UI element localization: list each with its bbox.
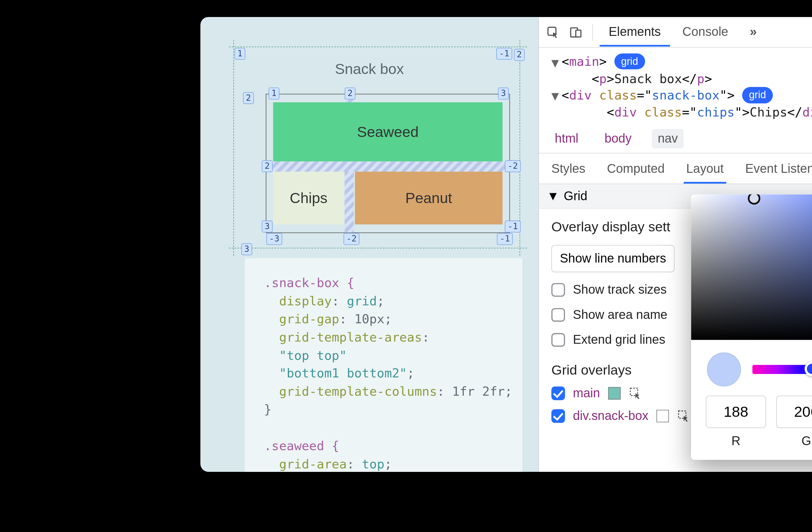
page-title: Snack box — [200, 60, 538, 78]
overlay-name[interactable]: div.snack-box — [573, 409, 649, 423]
overlay-color-swatch[interactable] — [608, 387, 621, 400]
checkbox-area-names[interactable] — [551, 308, 565, 321]
grid-line-badge: 2 — [243, 92, 254, 104]
subtab-layout[interactable]: Layout — [684, 153, 726, 183]
css-code-block: .snack-box { display: grid; grid-gap: 10… — [245, 258, 522, 472]
grid-line-badge: 3 — [262, 221, 272, 233]
grid-line-badge: -1 — [497, 233, 513, 245]
checkbox-extend-lines[interactable] — [551, 333, 565, 347]
highlight-icon[interactable] — [677, 409, 690, 423]
app-window: 1 -1 2 3 Snack box 2 Seaweed Chips Peanu… — [200, 17, 812, 472]
breadcrumb-item[interactable]: html — [549, 129, 584, 148]
rgb-r-input[interactable] — [706, 396, 766, 428]
rgb-r-label: R — [706, 434, 766, 449]
tab-console[interactable]: Console — [673, 18, 738, 46]
line-numbers-select[interactable]: Show line numbers — [551, 245, 675, 272]
color-picker: R G B ▲▼ — [691, 195, 812, 460]
grid-line-badge: -2 — [344, 233, 360, 245]
grid-cell-peanut: Peanut — [355, 171, 503, 224]
breadcrumb: html body nav — [539, 124, 812, 153]
overlay-checkbox[interactable] — [551, 386, 565, 400]
grid-cell-chips: Chips — [273, 171, 344, 224]
color-picker-saturation[interactable] — [691, 195, 812, 340]
overlay-checkbox[interactable] — [551, 409, 565, 423]
devtools-panel: Elements Console » 1 ▼ <main> grid <p>Sn… — [539, 17, 812, 472]
inspect-icon[interactable] — [543, 22, 563, 42]
snack-box-grid: Seaweed Chips Peanut — [266, 94, 510, 233]
breadcrumb-item[interactable]: nav — [652, 129, 683, 148]
subtab-styles[interactable]: Styles — [549, 153, 588, 183]
breadcrumb-item[interactable]: body — [599, 129, 637, 148]
tabs-overflow[interactable]: » — [741, 18, 766, 46]
subtab-event-listeners[interactable]: Event Listeners — [743, 153, 812, 183]
grid-badge-pill[interactable]: grid — [614, 54, 645, 70]
svg-rect-2 — [576, 30, 581, 37]
grid-line-badge: 2 — [514, 49, 525, 61]
grid-line-badge: 3 — [498, 87, 509, 99]
hue-handle[interactable] — [805, 361, 812, 376]
overlay-name[interactable]: main — [573, 386, 600, 401]
color-picker-handle[interactable] — [748, 195, 760, 205]
grid-line-badge: 2 — [345, 87, 356, 99]
page-viewport: 1 -1 2 3 Snack box 2 Seaweed Chips Peanu… — [200, 17, 539, 472]
grid-cell-seaweed: Seaweed — [273, 102, 503, 162]
dom-tree[interactable]: ▼ <main> grid <p>Snack box</p> ▼ <div cl… — [539, 48, 812, 124]
grid-line-badge: 2 — [262, 160, 272, 172]
devtools-toolbar: Elements Console » 1 — [539, 17, 812, 48]
highlight-icon[interactable] — [628, 386, 642, 400]
grid-line-badge: -1 — [505, 221, 521, 233]
hue-slider[interactable] — [752, 365, 812, 374]
color-preview-swatch[interactable] — [707, 352, 741, 386]
subtab-computed[interactable]: Computed — [605, 153, 667, 183]
grid-line-badge: 3 — [241, 243, 252, 255]
caret-down-icon: ▼ — [547, 188, 559, 204]
grid-line-badge: -2 — [505, 160, 521, 172]
grid-badge-pill[interactable]: grid — [742, 87, 773, 103]
rgb-g-label: G — [776, 434, 812, 449]
tab-elements[interactable]: Elements — [600, 18, 670, 46]
grid-line-badge: -3 — [266, 233, 282, 245]
checkbox-track-sizes[interactable] — [551, 283, 565, 296]
device-toggle-icon[interactable] — [566, 22, 585, 42]
styles-subtabs: Styles Computed Layout Event Listeners » — [539, 153, 812, 184]
rgb-g-input[interactable] — [776, 396, 812, 428]
overlay-color-swatch[interactable] — [656, 409, 669, 422]
grid-line-badge: 1 — [269, 87, 279, 99]
grid-line-badge: 1 — [235, 48, 245, 60]
grid-line-badge: -1 — [496, 48, 512, 60]
